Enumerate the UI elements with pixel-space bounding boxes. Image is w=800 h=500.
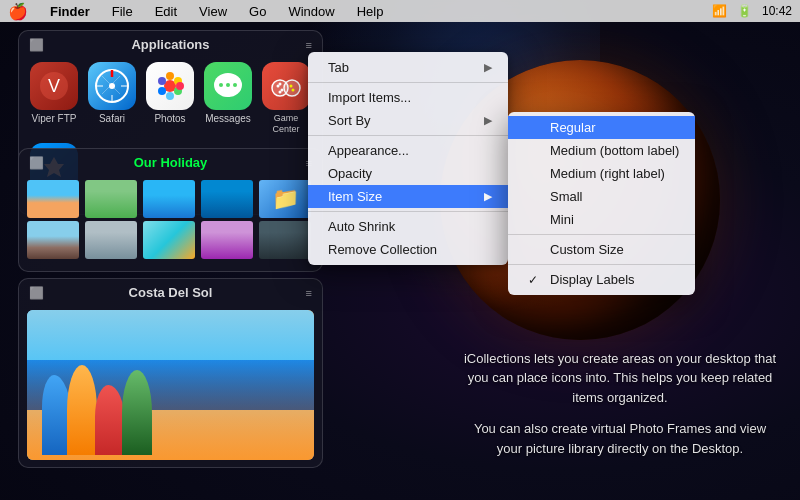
svg-point-14 [166, 92, 174, 100]
app-viper-ftp[interactable]: V Viper FTP [29, 62, 79, 125]
menu-label-tab: Tab [328, 60, 349, 75]
menu-item-auto-shrink[interactable]: Auto Shrink [308, 215, 508, 238]
thumb-1[interactable] [27, 180, 79, 218]
safari-icon [88, 62, 136, 110]
game-center-icon [262, 62, 310, 110]
apple-menu[interactable]: 🍎 [8, 2, 28, 21]
thumb-folder[interactable]: 📁 [259, 180, 311, 218]
menubar-right: 📶 🔋 10:42 [712, 4, 792, 18]
menu-label-sort: Sort By [328, 113, 371, 128]
panel-holiday-header: ⬜ Our Holiday ≡ [19, 149, 322, 176]
panel-costa-menu-icon[interactable]: ≡ [306, 287, 312, 299]
menu-label-remove-collection: Remove Collection [328, 242, 437, 257]
thumb-8[interactable] [201, 221, 253, 259]
submenu-label-medium-bottom: Medium (bottom label) [550, 143, 679, 158]
menu-label-appearance: Appearance... [328, 143, 409, 158]
submenu-label-small: Small [550, 189, 583, 204]
menu-separator-1 [308, 82, 508, 83]
svg-point-30 [279, 91, 282, 94]
menubar-finder[interactable]: Finder [46, 4, 94, 19]
svg-point-11 [166, 72, 174, 80]
menu-item-tab[interactable]: Tab ▶ [308, 56, 508, 79]
person-3 [95, 385, 125, 455]
menu-item-import[interactable]: Import Items... [308, 86, 508, 109]
submenu-item-custom[interactable]: Custom Size [508, 238, 695, 261]
costa-photo-frame [27, 310, 314, 460]
holiday-thumbnails: 📁 [19, 176, 322, 263]
description-para-2: You can also create virtual Photo Frames… [460, 419, 780, 458]
menubar-view[interactable]: View [195, 4, 231, 19]
thumb-4[interactable] [201, 180, 253, 218]
panel-costa-header: ⬜ Costa Del Sol ≡ [19, 279, 322, 306]
menu-item-sort-by[interactable]: Sort By ▶ [308, 109, 508, 132]
menu-label-import: Import Items... [328, 90, 411, 105]
panel-costa-title: Costa Del Sol [129, 285, 213, 300]
submenu-separator-2 [508, 264, 695, 265]
submenu-item-medium-right[interactable]: Medium (right label) [508, 162, 695, 185]
battery-icon[interactable]: 🔋 [737, 4, 752, 18]
submenu-item-small[interactable]: Small [508, 185, 695, 208]
svg-point-20 [219, 83, 223, 87]
menu-label-item-size: Item Size [328, 189, 382, 204]
submenu-arrow-size: ▶ [484, 190, 492, 203]
svg-point-17 [176, 82, 184, 90]
app-game-center[interactable]: Game Center [261, 62, 311, 135]
menu-item-item-size[interactable]: Item Size ▶ [308, 185, 508, 208]
svg-point-29 [279, 83, 282, 86]
menu-label-opacity: Opacity [328, 166, 372, 181]
submenu-label-display: Display Labels [550, 272, 635, 287]
thumb-2[interactable] [85, 180, 137, 218]
submenu-label-mini: Mini [550, 212, 574, 227]
svg-point-31 [290, 85, 293, 88]
submenu-item-mini[interactable]: Mini [508, 208, 695, 231]
wifi-icon[interactable]: 📶 [712, 4, 727, 18]
app-label: Game Center [261, 113, 311, 135]
thumb-5[interactable] [27, 221, 79, 259]
menubar-go[interactable]: Go [245, 4, 270, 19]
thumb-7[interactable] [143, 221, 195, 259]
item-size-submenu: Regular Medium (bottom label) Medium (ri… [508, 112, 695, 295]
thumb-3[interactable] [143, 180, 195, 218]
thumb-6[interactable] [85, 221, 137, 259]
panel-apps-title: Applications [131, 37, 209, 52]
app-label: Photos [154, 113, 185, 125]
menu-separator-2 [308, 135, 508, 136]
menu-item-remove-collection[interactable]: Remove Collection [308, 238, 508, 261]
menu-item-opacity[interactable]: Opacity [308, 162, 508, 185]
person-2 [67, 365, 97, 455]
svg-point-9 [109, 83, 115, 89]
svg-point-32 [292, 89, 295, 92]
menubar-window[interactable]: Window [284, 4, 338, 19]
panel-apps-header: ⬜ Applications ≡ [19, 31, 322, 58]
app-label: Safari [99, 113, 125, 125]
app-messages[interactable]: Messages [203, 62, 253, 125]
holiday-panel: ⬜ Our Holiday ≡ 📁 [18, 148, 323, 272]
person-4 [122, 370, 152, 455]
check-mark-display: ✓ [528, 273, 542, 287]
menubar-edit[interactable]: Edit [151, 4, 181, 19]
submenu-item-medium-bottom[interactable]: Medium (bottom label) [508, 139, 695, 162]
viper-ftp-icon: V [30, 62, 78, 110]
app-safari[interactable]: Safari [87, 62, 137, 125]
svg-point-21 [226, 83, 230, 87]
menubar-file[interactable]: File [108, 4, 137, 19]
svg-point-16 [158, 77, 166, 85]
panel-apps-menu-icon[interactable]: ≡ [306, 39, 312, 51]
panel-costa-external-icon: ⬜ [29, 286, 44, 300]
menu-label-auto-shrink: Auto Shrink [328, 219, 395, 234]
menu-separator-3 [308, 211, 508, 212]
svg-point-15 [158, 87, 166, 95]
submenu-separator-1 [508, 234, 695, 235]
panel-holiday-title: Our Holiday [134, 155, 208, 170]
menu-item-appearance[interactable]: Appearance... [308, 139, 508, 162]
submenu-item-display-labels[interactable]: ✓ Display Labels [508, 268, 695, 291]
submenu-item-regular[interactable]: Regular [508, 116, 695, 139]
messages-icon [204, 62, 252, 110]
thumb-9[interactable] [259, 221, 311, 259]
context-menu: Tab ▶ Import Items... Sort By ▶ Appearan… [308, 52, 508, 265]
panel-apps-external-icon: ⬜ [29, 38, 44, 52]
app-photos[interactable]: Photos [145, 62, 195, 125]
submenu-arrow-sort: ▶ [484, 114, 492, 127]
menubar-help[interactable]: Help [353, 4, 388, 19]
submenu-label-medium-right: Medium (right label) [550, 166, 665, 181]
